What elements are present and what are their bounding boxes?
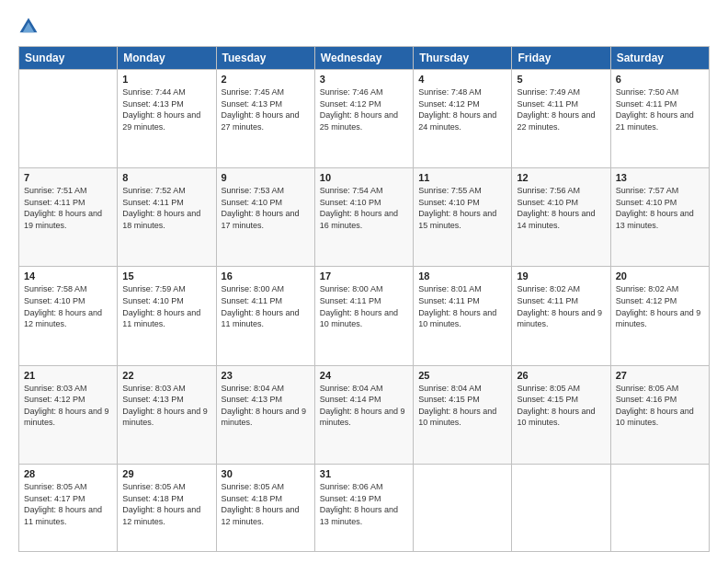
day-info: Sunrise: 8:05 AMSunset: 4:18 PMDaylight:… (222, 481, 310, 527)
day-number: 8 (122, 172, 210, 183)
calendar-cell (414, 464, 512, 551)
day-info: Sunrise: 7:52 AMSunset: 4:11 PMDaylight:… (122, 185, 210, 231)
calendar-cell: 31Sunrise: 8:06 AMSunset: 4:19 PMDayligh… (314, 464, 413, 551)
day-info: Sunrise: 8:05 AMSunset: 4:17 PMDaylight:… (24, 481, 112, 527)
calendar-cell (512, 464, 610, 551)
header (18, 17, 710, 37)
col-header-sunday: Sunday (19, 47, 118, 70)
day-info: Sunrise: 7:51 AMSunset: 4:11 PMDaylight:… (24, 185, 112, 231)
calendar-cell: 13Sunrise: 7:57 AMSunset: 4:10 PMDayligh… (610, 168, 709, 267)
day-info: Sunrise: 7:44 AMSunset: 4:13 PMDaylight:… (122, 86, 210, 132)
day-info: Sunrise: 7:54 AMSunset: 4:10 PMDaylight:… (320, 185, 408, 231)
day-info: Sunrise: 7:53 AMSunset: 4:10 PMDaylight:… (222, 185, 310, 231)
calendar-cell: 14Sunrise: 7:58 AMSunset: 4:10 PMDayligh… (19, 267, 118, 365)
col-header-friday: Friday (512, 47, 610, 70)
day-number: 20 (616, 270, 704, 282)
day-number: 9 (222, 172, 310, 183)
day-number: 3 (320, 74, 408, 85)
calendar-cell: 22Sunrise: 8:03 AMSunset: 4:13 PMDayligh… (118, 365, 216, 464)
calendar-cell: 17Sunrise: 8:00 AMSunset: 4:11 PMDayligh… (314, 267, 413, 365)
day-info: Sunrise: 8:03 AMSunset: 4:13 PMDaylight:… (122, 383, 210, 429)
calendar-cell: 29Sunrise: 8:05 AMSunset: 4:18 PMDayligh… (118, 464, 216, 551)
day-number: 25 (418, 370, 506, 381)
day-number: 12 (517, 172, 605, 183)
day-number: 28 (24, 468, 112, 479)
day-info: Sunrise: 7:58 AMSunset: 4:10 PMDaylight:… (24, 283, 112, 329)
col-header-wednesday: Wednesday (314, 47, 413, 70)
calendar-cell: 9Sunrise: 7:53 AMSunset: 4:10 PMDaylight… (216, 168, 314, 267)
day-info: Sunrise: 8:01 AMSunset: 4:11 PMDaylight:… (418, 283, 506, 329)
calendar-week-4: 21Sunrise: 8:03 AMSunset: 4:12 PMDayligh… (19, 365, 710, 464)
day-number: 15 (122, 270, 210, 282)
day-number: 29 (122, 468, 210, 479)
day-info: Sunrise: 8:05 AMSunset: 4:18 PMDaylight:… (122, 481, 210, 527)
day-info: Sunrise: 8:05 AMSunset: 4:15 PMDaylight:… (517, 383, 605, 429)
calendar-cell: 12Sunrise: 7:56 AMSunset: 4:10 PMDayligh… (512, 168, 610, 267)
day-number: 2 (222, 74, 310, 85)
calendar-week-3: 14Sunrise: 7:58 AMSunset: 4:10 PMDayligh… (19, 267, 710, 365)
calendar-cell: 8Sunrise: 7:52 AMSunset: 4:11 PMDaylight… (118, 168, 216, 267)
calendar-cell: 28Sunrise: 8:05 AMSunset: 4:17 PMDayligh… (19, 464, 118, 551)
day-info: Sunrise: 8:05 AMSunset: 4:16 PMDaylight:… (616, 383, 704, 429)
calendar-cell (19, 70, 118, 168)
day-info: Sunrise: 7:56 AMSunset: 4:10 PMDaylight:… (517, 185, 605, 231)
day-number: 1 (122, 74, 210, 85)
day-number: 19 (517, 270, 605, 282)
day-number: 5 (517, 74, 605, 85)
day-number: 10 (320, 172, 408, 183)
calendar-cell: 5Sunrise: 7:49 AMSunset: 4:11 PMDaylight… (512, 70, 610, 168)
calendar-cell: 19Sunrise: 8:02 AMSunset: 4:11 PMDayligh… (512, 267, 610, 365)
day-info: Sunrise: 7:45 AMSunset: 4:13 PMDaylight:… (222, 86, 310, 132)
day-number: 21 (24, 370, 112, 381)
calendar-week-5: 28Sunrise: 8:05 AMSunset: 4:17 PMDayligh… (19, 464, 710, 551)
calendar-cell: 7Sunrise: 7:51 AMSunset: 4:11 PMDaylight… (19, 168, 118, 267)
day-number: 6 (616, 74, 704, 85)
calendar-cell: 15Sunrise: 7:59 AMSunset: 4:10 PMDayligh… (118, 267, 216, 365)
day-number: 31 (320, 468, 408, 479)
col-header-tuesday: Tuesday (216, 47, 314, 70)
page: SundayMondayTuesdayWednesdayThursdayFrid… (0, 0, 728, 563)
calendar-header-row: SundayMondayTuesdayWednesdayThursdayFrid… (19, 47, 710, 70)
col-header-thursday: Thursday (414, 47, 512, 70)
day-info: Sunrise: 8:00 AMSunset: 4:11 PMDaylight:… (320, 283, 408, 329)
day-number: 22 (122, 370, 210, 381)
calendar-cell: 11Sunrise: 7:55 AMSunset: 4:10 PMDayligh… (414, 168, 512, 267)
day-info: Sunrise: 8:03 AMSunset: 4:12 PMDaylight:… (24, 383, 112, 429)
logo-icon (18, 17, 39, 37)
day-info: Sunrise: 7:55 AMSunset: 4:10 PMDaylight:… (418, 185, 506, 231)
day-info: Sunrise: 8:00 AMSunset: 4:11 PMDaylight:… (222, 283, 310, 329)
calendar: SundayMondayTuesdayWednesdayThursdayFrid… (18, 46, 710, 552)
calendar-cell: 26Sunrise: 8:05 AMSunset: 4:15 PMDayligh… (512, 365, 610, 464)
day-number: 13 (616, 172, 704, 183)
calendar-cell: 16Sunrise: 8:00 AMSunset: 4:11 PMDayligh… (216, 267, 314, 365)
day-number: 16 (222, 270, 310, 282)
calendar-cell (610, 464, 709, 551)
calendar-week-1: 1Sunrise: 7:44 AMSunset: 4:13 PMDaylight… (19, 70, 710, 168)
calendar-week-2: 7Sunrise: 7:51 AMSunset: 4:11 PMDaylight… (19, 168, 710, 267)
calendar-cell: 24Sunrise: 8:04 AMSunset: 4:14 PMDayligh… (314, 365, 413, 464)
day-number: 18 (418, 270, 506, 282)
calendar-cell: 1Sunrise: 7:44 AMSunset: 4:13 PMDaylight… (118, 70, 216, 168)
day-number: 4 (418, 74, 506, 85)
day-number: 27 (616, 370, 704, 381)
day-number: 11 (418, 172, 506, 183)
calendar-cell: 30Sunrise: 8:05 AMSunset: 4:18 PMDayligh… (216, 464, 314, 551)
day-info: Sunrise: 7:48 AMSunset: 4:12 PMDaylight:… (418, 86, 506, 132)
day-number: 23 (222, 370, 310, 381)
day-number: 17 (320, 270, 408, 282)
logo (18, 17, 42, 37)
day-info: Sunrise: 7:57 AMSunset: 4:10 PMDaylight:… (616, 185, 704, 231)
day-number: 14 (24, 270, 112, 282)
day-info: Sunrise: 7:59 AMSunset: 4:10 PMDaylight:… (122, 283, 210, 329)
calendar-cell: 23Sunrise: 8:04 AMSunset: 4:13 PMDayligh… (216, 365, 314, 464)
day-info: Sunrise: 7:46 AMSunset: 4:12 PMDaylight:… (320, 86, 408, 132)
day-number: 26 (517, 370, 605, 381)
day-number: 7 (24, 172, 112, 183)
col-header-saturday: Saturday (610, 47, 709, 70)
calendar-cell: 2Sunrise: 7:45 AMSunset: 4:13 PMDaylight… (216, 70, 314, 168)
day-info: Sunrise: 8:02 AMSunset: 4:11 PMDaylight:… (517, 283, 605, 329)
day-info: Sunrise: 7:49 AMSunset: 4:11 PMDaylight:… (517, 86, 605, 132)
day-info: Sunrise: 8:04 AMSunset: 4:13 PMDaylight:… (222, 383, 310, 429)
calendar-cell: 3Sunrise: 7:46 AMSunset: 4:12 PMDaylight… (314, 70, 413, 168)
calendar-cell: 27Sunrise: 8:05 AMSunset: 4:16 PMDayligh… (610, 365, 709, 464)
